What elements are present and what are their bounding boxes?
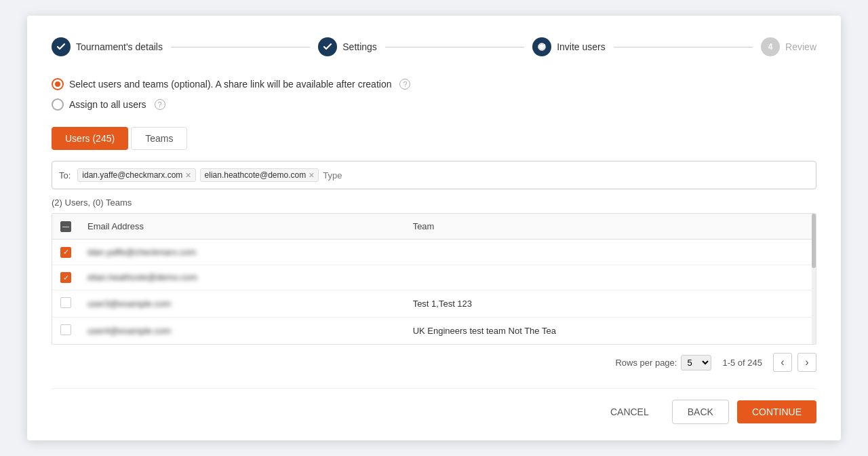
tag-close-1[interactable]: ×	[185, 170, 191, 180]
header-checkbox[interactable]	[60, 221, 71, 232]
row-1-checkbox[interactable]	[60, 247, 71, 258]
step-tournament-details: Tournament's details	[52, 37, 163, 56]
row-3-email: user3@example.com	[87, 299, 171, 309]
to-type-input[interactable]	[323, 170, 809, 180]
table-scroll-area[interactable]: Email Address Team idan.yaffe@checkmarx.…	[52, 214, 816, 344]
step-settings: Settings	[318, 37, 377, 56]
table-row: elian.heathcote@demo.com	[52, 265, 816, 290]
rows-per-page: Rows per page: 5 10 25 50	[615, 355, 711, 370]
prev-page-button[interactable]: ‹	[773, 353, 792, 372]
svg-line-2	[541, 45, 545, 49]
radio-assign-all[interactable]: Assign to all users ?	[52, 98, 816, 111]
to-field[interactable]: To: idan.yaffe@checkmarx.com × elian.hea…	[52, 161, 816, 189]
row-2-team	[405, 265, 816, 290]
scrollbar-thumb[interactable]	[812, 214, 816, 268]
radio-btn-select[interactable]	[52, 78, 64, 90]
step-4-circle: 4	[761, 37, 780, 56]
row-4-checkbox[interactable]	[60, 324, 71, 335]
row-4-email: user4@example.com	[87, 326, 171, 336]
tag-close-2[interactable]: ×	[309, 170, 314, 180]
users-table: Email Address Team idan.yaffe@checkmarx.…	[52, 213, 816, 345]
step-1-circle	[52, 37, 71, 56]
step-line-2	[385, 47, 524, 48]
row-2-email: elian.heathcote@demo.com	[87, 272, 197, 282]
page-range: 1-5 of 245	[722, 358, 762, 368]
row-1-email: idan.yaffe@checkmarx.com	[87, 247, 196, 257]
tag-user-2: elian.heathcote@demo.com ×	[200, 168, 319, 182]
next-page-button[interactable]: ›	[797, 353, 816, 372]
table-row: user3@example.com Test 1,Test 123	[52, 290, 816, 318]
page-nav: ‹ ›	[773, 353, 816, 372]
svg-line-1	[539, 47, 541, 49]
modal-container: Tournament's details Settings Invite use	[27, 16, 841, 440]
step-invite-users: Invite users	[532, 37, 606, 56]
footer: CANCEL BACK CONTINUE	[52, 388, 816, 424]
radio-label-select: Select users and teams (optional). A sha…	[69, 79, 391, 90]
rows-per-page-select[interactable]: 5 10 25 50	[681, 355, 711, 370]
rows-per-page-label: Rows per page:	[615, 358, 677, 368]
step-4-label: Review	[785, 41, 816, 52]
scrollbar-track[interactable]	[812, 214, 816, 344]
cancel-button[interactable]: CANCEL	[595, 400, 664, 423]
step-review: 4 Review	[761, 37, 816, 56]
step-2-label: Settings	[342, 41, 377, 52]
radio-select-users[interactable]: Select users and teams (optional). A sha…	[52, 78, 816, 90]
tab-bar: Users (245) Teams	[52, 127, 816, 150]
tag-email-2: elian.heathcote@demo.com	[205, 170, 307, 180]
table-row: user4@example.com UK Engineers test team…	[52, 318, 816, 345]
row-2-checkbox[interactable]	[60, 272, 71, 283]
continue-button[interactable]: CONTINUE	[737, 400, 816, 423]
tab-teams[interactable]: Teams	[131, 127, 187, 150]
tag-user-1: idan.yaffe@checkmarx.com ×	[77, 168, 195, 182]
step-1-label: Tournament's details	[76, 41, 163, 52]
col-team-header: Team	[405, 214, 816, 240]
step-line-1	[171, 47, 310, 48]
tag-email-1: idan.yaffe@checkmarx.com	[82, 170, 182, 180]
row-1-team	[405, 240, 816, 265]
tab-users[interactable]: Users (245)	[52, 127, 128, 150]
step-3-circle	[532, 37, 551, 56]
radio-btn-assign[interactable]	[52, 98, 64, 111]
row-3-team: Test 1,Test 123	[405, 290, 816, 318]
back-button[interactable]: BACK	[672, 400, 729, 424]
step-line-3	[614, 47, 753, 48]
radio-label-assign: Assign to all users	[69, 99, 146, 110]
radio-group: Select users and teams (optional). A sha…	[52, 78, 816, 111]
row-4-team: UK Engineers test team Not The Tea	[405, 318, 816, 345]
help-icon-assign[interactable]: ?	[155, 99, 165, 110]
stepper: Tournament's details Settings Invite use	[52, 37, 816, 56]
row-3-checkbox[interactable]	[60, 297, 71, 308]
pagination: Rows per page: 5 10 25 50 1-5 of 245 ‹ ›	[52, 353, 816, 372]
step-2-circle	[318, 37, 337, 56]
step-3-label: Invite users	[557, 41, 606, 52]
summary-text: (2) Users, (0) Teams	[52, 197, 816, 208]
table-row: idan.yaffe@checkmarx.com	[52, 240, 816, 265]
help-icon-select[interactable]: ?	[399, 79, 410, 90]
col-email-header: Email Address	[79, 214, 405, 240]
to-label: To:	[59, 170, 71, 180]
